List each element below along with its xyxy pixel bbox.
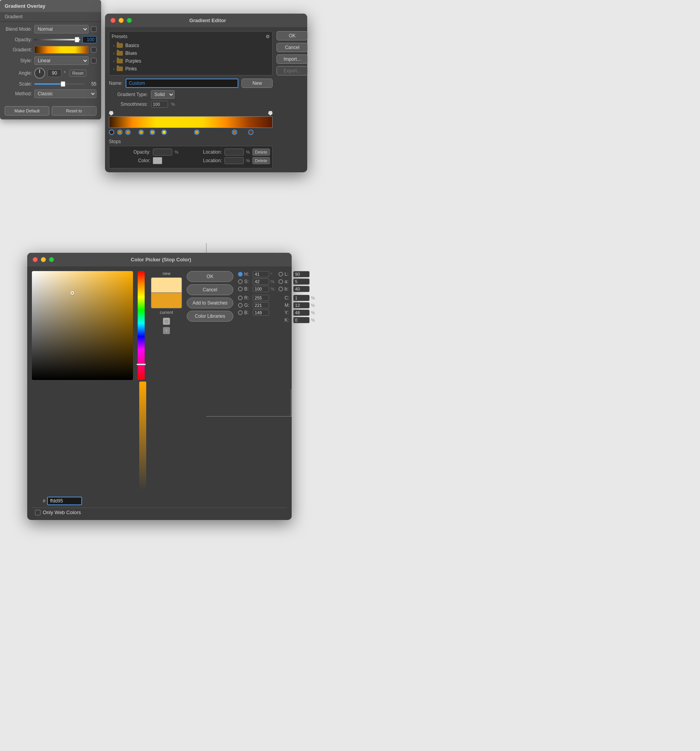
y-input[interactable] [293,310,310,316]
b-radio[interactable] [238,287,243,291]
l-input[interactable] [293,271,310,277]
angle-unit: ° [64,70,66,76]
gradient-bar[interactable] [109,116,273,128]
m-label: M: [285,303,292,308]
color-libraries-button[interactable]: Color Libraries [187,311,233,322]
color-stop-5[interactable] [161,130,167,135]
opacity-location-input[interactable] [224,149,244,156]
gradient-editor-title: Gradient Editor [114,18,302,23]
a-radio[interactable] [278,279,283,284]
color-stop-2[interactable] [125,130,131,135]
b-label: B: [244,286,251,292]
current-color-preview[interactable] [151,293,182,308]
color-saturation-field[interactable] [32,271,133,380]
a-input[interactable] [293,278,310,285]
r-input[interactable] [253,295,269,301]
preview-swatches [151,277,182,308]
b2-input[interactable] [253,310,269,316]
m-input[interactable] [293,302,310,308]
alert-icon: ! [163,327,170,334]
reset-to-button[interactable]: Reset to [52,106,96,116]
make-default-button[interactable]: Make Default [5,106,49,116]
angle-dial[interactable] [34,68,45,79]
folder-icon [117,67,123,71]
preset-folder-basics[interactable]: › Basics [112,42,270,49]
import-button[interactable]: Import... [276,54,308,64]
h-radio[interactable] [238,272,243,277]
cube-icon[interactable]: ⬡ [163,318,170,325]
color-label: Color: [112,158,150,163]
g-radio[interactable] [238,303,243,308]
gradient-name-input[interactable] [126,79,238,88]
alpha-slider[interactable] [139,382,146,490]
h-unit: ° [271,272,272,277]
opacity-stop-left[interactable] [109,111,114,116]
smoothness-label: Smoothness: [109,102,148,107]
s-unit: % [271,279,275,284]
color-stop-0[interactable] [109,130,114,135]
color-stop-7[interactable] [232,130,237,135]
add-to-swatches-button[interactable]: Add to Swatches [187,298,233,308]
color-stop-6[interactable] [194,130,200,135]
opacity-stop-right[interactable] [268,111,273,116]
presets-gear-icon[interactable]: ⚙ [266,34,270,39]
ok-button[interactable]: OK [276,31,308,40]
folder-icon [117,43,123,48]
k-unit: % [311,318,315,322]
blend-mode-label: Blend Mode: [5,26,32,32]
l-radio[interactable] [278,272,283,277]
reset-angle-button[interactable]: Reset [70,70,86,77]
blend-mode-checkbox[interactable] [91,26,96,32]
chevron-right-icon: › [113,67,114,71]
smoothness-input[interactable] [151,101,168,108]
hsb-rgb-fields: H: ° S: % B: % R: [238,271,275,490]
opacity-value-input[interactable] [153,149,172,156]
color-stop-3[interactable] [138,130,144,135]
s-input[interactable] [253,278,269,285]
h-input[interactable] [253,271,269,277]
r-radio[interactable] [238,296,243,300]
delete-opacity-button[interactable]: Delete [252,149,270,156]
export-button[interactable]: Export... [276,66,308,75]
only-web-checkbox[interactable] [35,510,40,515]
hue-slider[interactable] [138,271,145,380]
opacity-slider[interactable] [34,39,80,40]
preset-folder-pinks[interactable]: › Pinks [112,65,270,73]
color-swatch[interactable] [153,157,162,164]
opacity-label: Opacity: [112,149,150,155]
b3-radio[interactable] [278,287,283,291]
scale-slider[interactable] [34,83,85,85]
blend-mode-select[interactable]: Normal Multiply Screen [34,25,89,33]
cancel-button[interactable]: Cancel [276,43,308,52]
b3-input[interactable] [293,286,310,292]
gradient-type-select[interactable]: Solid Noise [151,90,175,99]
style-select[interactable]: Linear Radial Angle Reflected Diamond [34,56,89,65]
cp-cancel-button[interactable]: Cancel [187,284,233,295]
preset-folder-blues[interactable]: › Blues [112,49,270,57]
g-input[interactable] [253,302,269,308]
preset-folder-purples[interactable]: › Purples [112,57,270,65]
s-radio[interactable] [238,279,243,284]
style-checkbox[interactable] [91,58,96,63]
color-location-input[interactable] [224,157,244,164]
delete-color-button[interactable]: Delete [252,157,270,164]
opacity-value[interactable]: 100 [82,36,96,43]
new-button[interactable]: New [242,79,273,88]
b-input[interactable] [253,286,269,292]
h-label: H: [244,271,251,277]
color-stop-4[interactable] [150,130,155,135]
connector-horizontal [206,416,292,417]
color-stop-8[interactable] [248,130,254,135]
cp-ok-button[interactable]: OK [187,271,233,282]
angle-input[interactable] [47,69,61,77]
gradient-preview[interactable] [34,46,89,54]
method-select[interactable]: Classic Perceptual Linear [34,89,96,98]
hex-input[interactable] [47,497,82,505]
b2-radio[interactable] [238,310,243,315]
new-color-preview[interactable] [151,277,182,293]
c-input[interactable] [293,295,310,301]
gradient-checkbox[interactable] [91,47,96,53]
scale-value: 55 [87,81,96,87]
color-stop-1[interactable] [117,130,122,135]
k-input[interactable] [293,317,310,323]
